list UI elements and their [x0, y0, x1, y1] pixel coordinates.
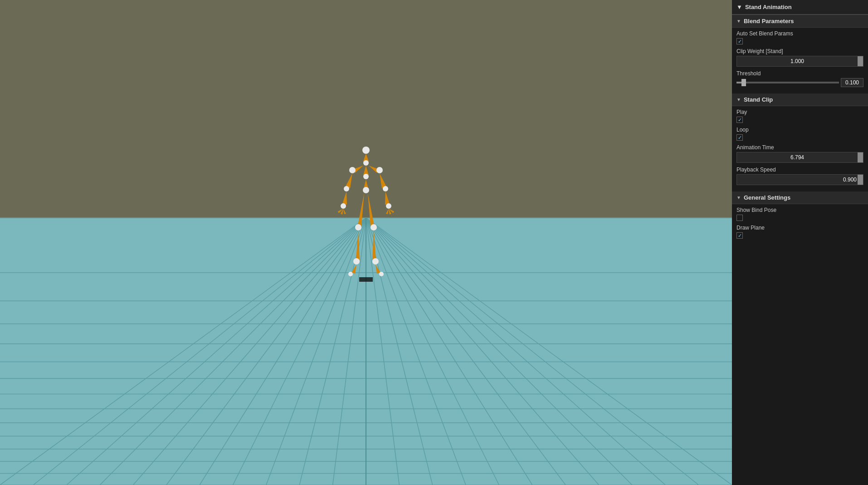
- stand-clip-label: Stand Clip: [744, 96, 773, 103]
- stand-clip-header[interactable]: ▼ Stand Clip: [732, 93, 868, 106]
- svg-rect-38: [359, 277, 373, 282]
- draw-plane-label: Draw Plane: [736, 225, 863, 231]
- auto-set-row: [736, 38, 863, 44]
- clip-weight-field: Clip Weight [Stand] 1.000: [736, 48, 863, 67]
- svg-point-9: [349, 167, 356, 173]
- threshold-value: 0.100: [841, 78, 863, 87]
- general-settings-header[interactable]: ▼ General Settings: [732, 191, 868, 204]
- svg-point-18: [376, 167, 383, 173]
- svg-marker-26: [358, 193, 364, 226]
- draw-plane-row: [736, 232, 863, 239]
- svg-marker-34: [372, 230, 376, 260]
- blend-parameters-header[interactable]: ▼ Blend Parameters: [732, 15, 868, 28]
- blend-parameters-content: Auto Set Blend Params Clip Weight [Stand…: [732, 28, 868, 93]
- general-settings-label: General Settings: [744, 194, 790, 201]
- playback-speed-label: Playback Speed: [736, 167, 863, 173]
- clip-weight-handle[interactable]: [858, 56, 863, 66]
- blend-parameters-label: Blend Parameters: [744, 18, 794, 24]
- auto-set-field: Auto Set Blend Params: [736, 30, 863, 44]
- svg-point-20: [383, 186, 388, 191]
- playback-speed-slider[interactable]: 0.900: [736, 174, 863, 185]
- general-settings-collapse-icon: ▼: [736, 195, 741, 200]
- show-bind-pose-field: Show Bind Pose: [736, 207, 863, 221]
- svg-marker-16: [343, 209, 346, 214]
- blend-params-collapse-icon: ▼: [736, 19, 741, 24]
- playback-speed-handle[interactable]: [858, 175, 863, 185]
- viewport[interactable]: CPU 0.356000 ms GPU 0.045431 ms Animatio…: [0, 0, 732, 485]
- svg-point-13: [341, 203, 346, 209]
- loop-checkbox[interactable]: [736, 134, 743, 141]
- panel-collapse-icon: ▼: [736, 4, 742, 10]
- show-bind-pose-checkbox[interactable]: [736, 215, 743, 221]
- svg-marker-21: [385, 191, 390, 205]
- svg-point-27: [355, 224, 361, 230]
- clip-weight-slider[interactable]: 1.000: [736, 56, 863, 67]
- right-panel: ▼ Stand Animation ▼ Blend Parameters Aut…: [732, 0, 868, 485]
- loop-label: Loop: [736, 127, 863, 133]
- auto-set-checkbox[interactable]: [736, 38, 743, 44]
- svg-marker-12: [342, 191, 347, 205]
- svg-point-37: [379, 272, 384, 276]
- svg-marker-32: [368, 193, 374, 226]
- svg-point-31: [348, 272, 353, 276]
- threshold-slider-row: 0.100: [736, 78, 863, 87]
- loop-field: Loop: [736, 127, 863, 141]
- svg-point-22: [386, 203, 391, 209]
- svg-point-11: [344, 186, 349, 191]
- svg-marker-30: [351, 265, 356, 274]
- general-settings-content: Show Bind Pose Draw Plane: [732, 204, 868, 245]
- animation-time-label: Animation Time: [736, 144, 863, 151]
- animation-time-value: 6.794: [737, 153, 858, 162]
- threshold-slider-fill: [736, 82, 741, 83]
- show-bind-pose-label: Show Bind Pose: [736, 207, 863, 213]
- threshold-label: Threshold: [736, 70, 863, 77]
- svg-point-0: [362, 147, 370, 154]
- loop-checkbox-row: [736, 134, 863, 141]
- svg-marker-4: [363, 166, 369, 175]
- threshold-slider-track[interactable]: [736, 82, 839, 83]
- svg-marker-28: [356, 230, 360, 260]
- svg-point-29: [353, 258, 360, 265]
- stand-clip-collapse-icon: ▼: [736, 97, 741, 102]
- svg-point-7: [363, 187, 369, 193]
- animation-time-field: Animation Time 6.794: [736, 144, 863, 163]
- playback-speed-field: Playback Speed 0.900: [736, 167, 863, 185]
- skeleton-svg: [321, 137, 411, 341]
- clip-weight-label: Clip Weight [Stand]: [736, 48, 863, 54]
- draw-plane-checkbox[interactable]: [736, 232, 743, 239]
- animation-time-handle[interactable]: [858, 152, 863, 162]
- show-bind-pose-row: [736, 215, 863, 221]
- character-container: [321, 137, 411, 341]
- svg-point-3: [363, 160, 369, 166]
- stand-clip-content: Play Loop Animation Time 6.794 Playback …: [732, 106, 868, 191]
- play-checkbox-row: [736, 117, 863, 123]
- svg-point-35: [372, 258, 379, 265]
- svg-marker-36: [375, 265, 380, 274]
- auto-set-label: Auto Set Blend Params: [736, 30, 863, 37]
- svg-point-5: [363, 174, 369, 179]
- draw-plane-field: Draw Plane: [736, 225, 863, 239]
- threshold-field: Threshold 0.100: [736, 70, 863, 87]
- playback-speed-value: 0.900: [737, 175, 858, 184]
- play-label: Play: [736, 109, 863, 115]
- animation-time-slider[interactable]: 6.794: [736, 152, 863, 163]
- svg-marker-25: [386, 209, 389, 214]
- panel-main-header[interactable]: ▼ Stand Animation: [732, 0, 868, 15]
- play-field: Play: [736, 109, 863, 123]
- svg-point-33: [371, 224, 377, 230]
- threshold-slider-thumb[interactable]: [741, 79, 746, 86]
- play-checkbox[interactable]: [736, 117, 743, 123]
- clip-weight-value: 1.000: [737, 57, 858, 66]
- panel-title: Stand Animation: [745, 4, 792, 10]
